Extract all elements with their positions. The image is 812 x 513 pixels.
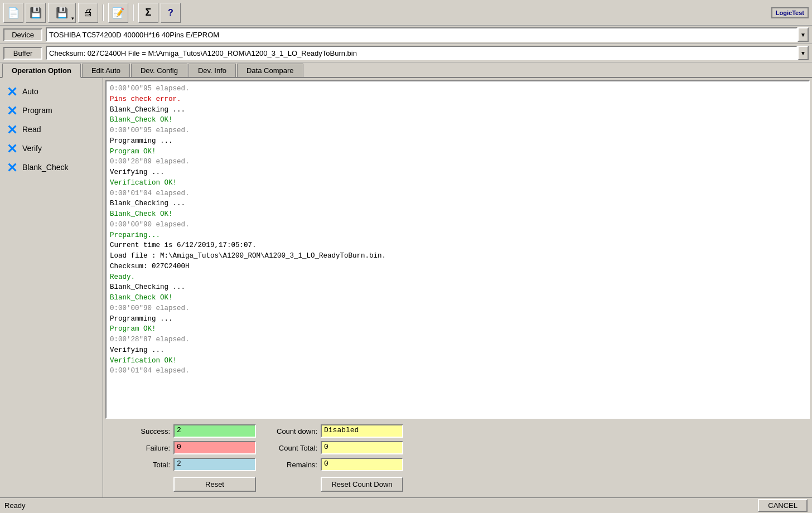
success-label: Success: bbox=[125, 427, 170, 435]
help-button[interactable]: ? bbox=[161, 3, 181, 23]
sum-button[interactable]: Σ bbox=[138, 3, 158, 23]
buffer-field-wrapper: Checksum: 027C2400H File = M:\Amiga_Tuto… bbox=[46, 46, 809, 60]
success-value: 2 bbox=[173, 424, 256, 438]
log-line: 0:00'28"87 elapsed. bbox=[110, 335, 805, 345]
buffer-label: Buffer bbox=[3, 47, 42, 60]
cancel-button[interactable]: CANCEL bbox=[758, 499, 808, 512]
read-icon bbox=[7, 124, 18, 135]
log-line: 0:00'00"95 elapsed. bbox=[110, 125, 805, 136]
reset-button[interactable]: Reset bbox=[173, 477, 256, 492]
log-line: Verification OK! bbox=[110, 178, 805, 188]
tab-edit-auto[interactable]: Edit Auto bbox=[82, 64, 130, 77]
total-label: Total: bbox=[125, 461, 170, 469]
failure-label: Failure: bbox=[125, 444, 170, 452]
log-line: Current time is 6/12/2019,17:05:07. bbox=[110, 240, 805, 251]
edit-button[interactable]: 📝 bbox=[108, 3, 128, 23]
log-line: 0:00'00"90 elapsed. bbox=[110, 220, 805, 230]
log-line: Blank_Check OK! bbox=[110, 115, 805, 125]
sidebar: Auto Program Read Verify Blank_Check bbox=[0, 78, 103, 497]
auto-icon bbox=[7, 86, 18, 97]
total-value: 2 bbox=[173, 458, 256, 471]
log-line: Blank_Checking ... bbox=[110, 199, 805, 209]
reset-count-down-button[interactable]: Reset Count Down bbox=[321, 477, 403, 492]
log-line: 0:00'01"04 elapsed. bbox=[110, 188, 805, 199]
counttotal-label: Count Total: bbox=[273, 444, 317, 452]
sidebar-item-program-label: Program bbox=[22, 106, 52, 115]
total-row: Total: 2 bbox=[125, 458, 256, 471]
log-line: Blank_Check OK! bbox=[110, 209, 805, 220]
tab-dev-info[interactable]: Dev. Info bbox=[188, 64, 236, 77]
remains-label: Remains: bbox=[273, 461, 317, 469]
sidebar-item-blank-check-label: Blank_Check bbox=[22, 163, 69, 172]
log-line: Load file : M:\Amiga_Tutos\A1200_ROM\A12… bbox=[110, 251, 805, 262]
log-line: Blank_Check OK! bbox=[110, 293, 805, 303]
log-line: Preparing... bbox=[110, 230, 805, 241]
save-button[interactable]: 💾 bbox=[26, 3, 46, 23]
program-icon bbox=[7, 105, 18, 116]
tab-dev-config[interactable]: Dev. Config bbox=[131, 64, 187, 77]
device-dropdown-arrow[interactable]: ▼ bbox=[798, 27, 809, 42]
sidebar-item-verify-label: Verify bbox=[22, 144, 42, 153]
device-label: Device bbox=[3, 28, 42, 41]
tab-data-compare[interactable]: Data Compare bbox=[237, 64, 303, 77]
tab-operation-option[interactable]: Operation Option bbox=[2, 64, 81, 78]
remains-row: Remains: 0 bbox=[273, 458, 403, 471]
log-line: Program OK! bbox=[110, 147, 805, 157]
device-row: Device TOSHIBA TC574200D 40000H*16 40Pin… bbox=[0, 26, 812, 44]
toolbar-separator-1 bbox=[103, 4, 104, 21]
app-logo: LogicTest bbox=[771, 7, 809, 18]
log-line: Checksum: 027C2400H bbox=[110, 262, 805, 272]
device-field-wrapper: TOSHIBA TC574200D 40000H*16 40Pins E/EPR… bbox=[46, 27, 809, 42]
counttotal-row: Count Total: 0 bbox=[273, 441, 403, 454]
sidebar-item-verify[interactable]: Verify bbox=[2, 139, 100, 157]
sidebar-item-blank-check[interactable]: Blank_Check bbox=[2, 158, 100, 176]
log-line: Programming ... bbox=[110, 136, 805, 147]
right-stats: Count down: Disabled Count Total: 0 Rema… bbox=[273, 424, 403, 492]
log-line: 0:00'28"89 elapsed. bbox=[110, 157, 805, 167]
log-line: 0:00'00"90 elapsed. bbox=[110, 303, 805, 314]
save-dropdown-button[interactable]: 💾▾ bbox=[48, 3, 76, 23]
counttotal-value: 0 bbox=[321, 441, 403, 454]
status-panel: Success: 2 Failure: 0 Total: 2 Reset Cou… bbox=[103, 419, 812, 497]
failure-value: 0 bbox=[173, 441, 256, 454]
log-line: Verifying ... bbox=[110, 345, 805, 356]
log-line: Program OK! bbox=[110, 324, 805, 335]
failure-row: Failure: 0 bbox=[125, 441, 256, 454]
log-line: Verification OK! bbox=[110, 356, 805, 366]
log-line: 0:00'01"04 elapsed. bbox=[110, 366, 805, 376]
log-line: Verifying ... bbox=[110, 167, 805, 178]
log-line: Ready. bbox=[110, 272, 805, 283]
verify-icon bbox=[7, 143, 18, 154]
remains-value: 0 bbox=[321, 458, 403, 471]
log-line: Programming ... bbox=[110, 314, 805, 325]
sidebar-item-program[interactable]: Program bbox=[2, 101, 100, 119]
sidebar-item-auto[interactable]: Auto bbox=[2, 83, 100, 100]
print-button[interactable]: 🖨 bbox=[78, 3, 98, 23]
blank-check-icon bbox=[7, 162, 18, 173]
sidebar-item-auto-label: Auto bbox=[22, 87, 38, 96]
buffer-dropdown-arrow[interactable]: ▼ bbox=[798, 46, 809, 60]
success-row: Success: 2 bbox=[125, 424, 256, 438]
main-area: Auto Program Read Verify Blank_Check bbox=[0, 78, 812, 497]
toolbar: 📄 💾 💾▾ 🖨 📝 Σ ? LogicTest bbox=[0, 0, 812, 26]
buffer-select[interactable]: Checksum: 027C2400H File = M:\Amiga_Tuto… bbox=[46, 46, 798, 60]
log-area: 0:00'00"95 elapsed.Pins check error.Blan… bbox=[103, 78, 812, 497]
log-line: Pins check error. bbox=[110, 94, 805, 105]
sidebar-item-read-label: Read bbox=[22, 125, 41, 134]
new-button[interactable]: 📄 bbox=[3, 3, 23, 23]
countdown-row: Count down: Disabled bbox=[273, 424, 403, 438]
log-line: Blank_Checking ... bbox=[110, 282, 805, 293]
countdown-value: Disabled bbox=[321, 424, 403, 438]
log-line: Blank_Checking ... bbox=[110, 105, 805, 115]
log-output[interactable]: 0:00'00"95 elapsed.Pins check error.Blan… bbox=[105, 80, 810, 419]
status-text: Ready bbox=[4, 501, 26, 510]
buffer-row: Buffer Checksum: 027C2400H File = M:\Ami… bbox=[0, 44, 812, 62]
sidebar-item-read[interactable]: Read bbox=[2, 120, 100, 138]
status-bar: Ready CANCEL bbox=[0, 497, 812, 513]
log-line: 0:00'00"95 elapsed. bbox=[110, 84, 805, 94]
countdown-label: Count down: bbox=[273, 427, 317, 435]
toolbar-separator-2 bbox=[133, 4, 134, 21]
left-stats: Success: 2 Failure: 0 Total: 2 Reset bbox=[125, 424, 256, 492]
tabs: Operation Option Edit Auto Dev. Config D… bbox=[0, 62, 812, 78]
device-select[interactable]: TOSHIBA TC574200D 40000H*16 40Pins E/EPR… bbox=[46, 27, 798, 42]
